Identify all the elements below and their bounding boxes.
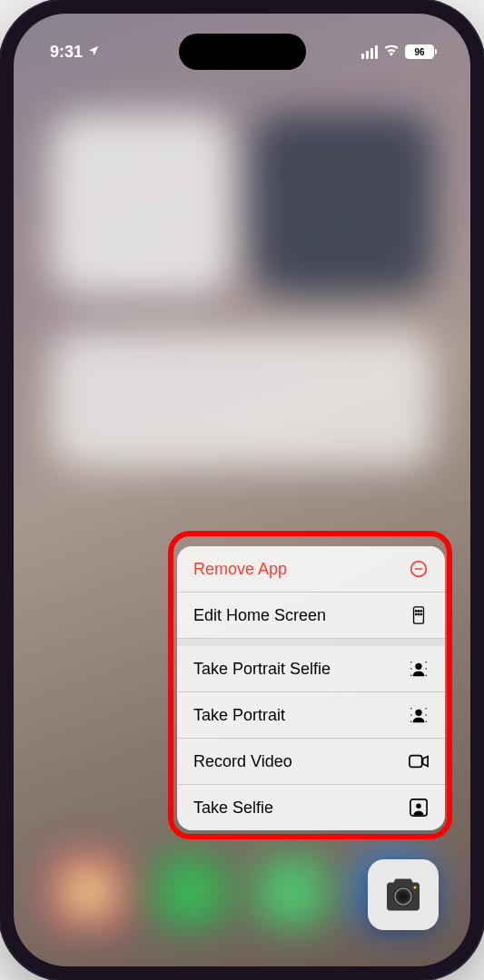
apps-icon [409,605,429,625]
selfie-icon [409,798,429,818]
svg-rect-23 [410,756,422,768]
portrait-icon [409,705,429,725]
status-left: 9:31 [50,43,100,62]
svg-point-14 [410,668,411,669]
dock-app-phone [254,853,331,930]
take-portrait-label: Take Portrait [193,706,285,725]
menu-divider [177,639,445,646]
remove-app-item[interactable]: Remove App [177,546,445,593]
camera-icon [381,877,425,913]
svg-point-12 [410,675,411,676]
battery-level: 96 [414,47,424,57]
svg-point-8 [420,613,421,614]
svg-point-19 [410,721,411,722]
svg-point-10 [410,662,411,662]
take-portrait-item[interactable]: Take Portrait [177,692,445,739]
dock-app-messages [153,853,230,930]
svg-point-21 [410,714,411,715]
take-selfie-item[interactable]: Take Selfie [177,785,445,830]
dock-app-photos [50,853,127,930]
svg-point-9 [415,663,421,670]
portrait-selfie-icon [409,659,429,679]
svg-point-25 [416,803,420,808]
remove-app-label: Remove App [193,560,287,579]
status-time: 9:31 [50,43,83,62]
svg-point-16 [415,710,421,716]
location-icon [87,43,100,62]
svg-point-29 [414,887,417,889]
take-portrait-selfie-item[interactable]: Take Portrait Selfie [177,646,445,692]
svg-point-5 [420,611,421,612]
svg-point-20 [425,721,426,722]
edit-home-screen-label: Edit Home Screen [193,606,326,625]
svg-point-15 [425,668,426,669]
iphone-frame: 9:31 96 Remove App [0,0,484,980]
clock-widget [50,113,232,295]
record-video-label: Record Video [193,752,292,771]
status-right: 96 [361,44,434,60]
dynamic-island [179,34,306,70]
video-icon [409,751,429,771]
svg-point-22 [425,714,426,715]
wifi-icon [383,44,400,60]
take-portrait-selfie-label: Take Portrait Selfie [193,660,331,679]
svg-point-6 [416,613,417,614]
battery-icon: 96 [405,44,434,59]
record-video-item[interactable]: Record Video [177,739,445,785]
svg-point-18 [425,708,426,709]
edit-home-screen-item[interactable]: Edit Home Screen [177,593,445,639]
svg-point-13 [425,675,426,676]
take-selfie-label: Take Selfie [193,799,273,818]
svg-point-7 [418,613,419,614]
svg-point-28 [399,892,408,901]
card-widget [50,331,434,467]
camera-app-icon[interactable] [368,859,439,930]
svg-point-4 [418,611,419,612]
svg-point-11 [425,662,426,662]
context-menu: Remove App Edit Home Screen Take Portrai… [177,546,445,830]
svg-point-17 [410,708,411,709]
screen: 9:31 96 Remove App [14,14,470,966]
remove-icon [409,559,429,579]
svg-point-3 [416,611,417,612]
dark-widget [252,113,434,295]
cellular-icon [361,45,378,59]
